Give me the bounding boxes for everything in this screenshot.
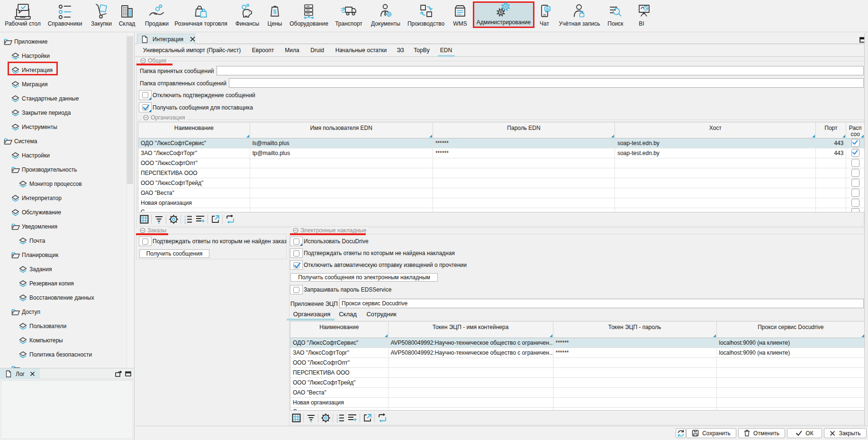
svg-text:1: 1	[336, 414, 338, 417]
svg-text:2: 2	[184, 219, 186, 221]
svg-text:3: 3	[336, 420, 338, 422]
svg-text:2: 2	[336, 417, 338, 420]
svg-text:$: $	[273, 9, 277, 15]
svg-text:1: 1	[184, 215, 186, 218]
svg-text:3: 3	[184, 221, 186, 224]
